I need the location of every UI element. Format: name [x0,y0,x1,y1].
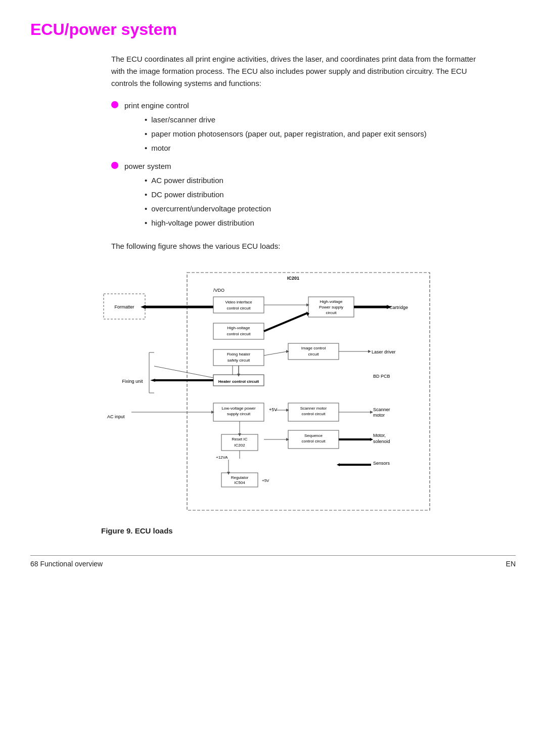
svg-rect-7 [213,297,264,313]
svg-text:AC input: AC input [107,414,125,419]
svg-text:circuit: circuit [308,352,320,357]
svg-text:IC202: IC202 [234,443,245,448]
svg-text:Video interface: Video interface [225,300,252,304]
svg-text:supply circuit: supply circuit [227,412,251,416]
bullet-dot-2 [111,162,118,169]
svg-text:Power supply: Power supply [319,305,343,309]
svg-text:Motor,: Motor, [373,433,386,438]
sub-item-label-1-2: paper motion photosensors (paper out, pa… [151,128,426,140]
svg-text:High-voltage: High-voltage [320,299,343,304]
svg-text:Formatter: Formatter [114,304,134,309]
svg-text:+12VA: +12VA [216,455,228,460]
ecu-diagram: IC201 /VDO Formatter Video interface con… [96,268,450,520]
svg-text:motor: motor [373,413,385,418]
sub-item-label-2-2: DC power distribution [151,189,223,201]
svg-text:BD PCB: BD PCB [373,374,390,379]
svg-text:Regulator: Regulator [231,475,249,480]
sub-item-1-1: • laser/scanner drive [145,114,427,126]
figure-caption: Figure 9. ECU loads [101,526,445,535]
svg-text:Cartridge: Cartridge [389,305,408,310]
sub-item-label-1-3: motor [151,142,170,154]
svg-text:/VDO: /VDO [213,288,224,293]
svg-text:circuit: circuit [326,310,337,315]
svg-text:Fixing heater: Fixing heater [227,352,251,357]
svg-marker-55 [286,409,289,412]
bullet-label-2: power system [124,162,171,170]
svg-text:Heater control circuit: Heater control circuit [218,379,259,384]
sub-item-label-1-1: laser/scanner drive [151,114,215,126]
sub-item-2-3: • overcurrent/undervoltage protection [145,203,271,215]
svg-text:control circuit: control circuit [301,412,326,416]
sub-item-2-1: • AC power distribution [145,174,271,187]
svg-text:safety circuit: safety circuit [228,358,250,363]
svg-marker-34 [286,350,289,353]
svg-marker-6 [141,305,146,309]
svg-marker-75 [238,433,241,436]
sub-item-label-2-4: high-voltage power distribution [151,217,254,229]
sub-item-label-2-1: AC power distribution [151,174,223,187]
svg-marker-84 [337,463,340,466]
svg-text:Scanner: Scanner [373,407,390,412]
svg-text:Fixing unit: Fixing unit [122,379,143,384]
svg-text:Reset IC: Reset IC [232,437,247,441]
svg-marker-18 [306,303,309,306]
main-bullet-list: print engine control • laser/scanner dri… [111,100,516,231]
svg-text:Image control: Image control [301,346,326,350]
svg-text:control circuit: control circuit [301,439,326,443]
svg-line-22 [264,313,307,331]
page-title: ECU/power system [30,20,516,39]
svg-text:Sequence: Sequence [304,433,323,438]
svg-marker-50 [211,411,214,414]
sub-item-2-4: • high-voltage power distribution [145,217,271,229]
svg-text:Sensors: Sensors [373,461,390,466]
svg-marker-39 [150,379,155,382]
svg-marker-72 [286,438,289,441]
sub-item-1-3: • motor [145,142,427,154]
bullet-label-1: print engine control [124,101,189,110]
figure-container: IC201 /VDO Formatter Video interface con… [30,268,516,535]
svg-line-88 [154,366,213,378]
svg-marker-32 [368,350,371,353]
sub-item-1-2: • paper motion photosensors (paper out, … [145,128,427,140]
svg-text:IC201: IC201 [287,276,299,281]
following-text: The following figure shows the various E… [111,240,485,252]
sub-item-2-2: • DC power distribution [145,189,271,201]
intro-paragraph: The ECU coordinates all print engine act… [111,53,485,90]
sub-item-label-2-3: overcurrent/undervoltage protection [151,203,271,215]
svg-text:Low-voltage power: Low-voltage power [221,406,255,411]
svg-text:control circuit: control circuit [226,332,251,336]
svg-text:+5V: +5V [269,407,277,412]
bullet-item-1: print engine control • laser/scanner dri… [111,100,516,156]
svg-text:Scanner motor: Scanner motor [300,406,327,411]
sub-list-2: • AC power distribution • DC power distr… [145,174,271,229]
footer-left: 68 Functional overview [30,560,103,568]
svg-text:control circuit: control circuit [226,306,251,310]
footer-right: EN [506,560,516,568]
svg-text:Laser driver: Laser driver [372,349,396,354]
svg-line-33 [264,351,287,355]
svg-text:+5V: +5V [262,478,269,483]
svg-text:solenoid: solenoid [373,439,390,444]
svg-marker-81 [227,472,230,475]
bullet-dot-1 [111,101,118,108]
svg-text:IC504: IC504 [234,480,245,485]
svg-text:High-voltage: High-voltage [228,326,250,330]
sub-list-1: • laser/scanner drive • paper motion pho… [145,114,427,154]
footer: 68 Functional overview EN [30,555,516,568]
bullet-item-2: power system • AC power distribution • D… [111,160,516,231]
